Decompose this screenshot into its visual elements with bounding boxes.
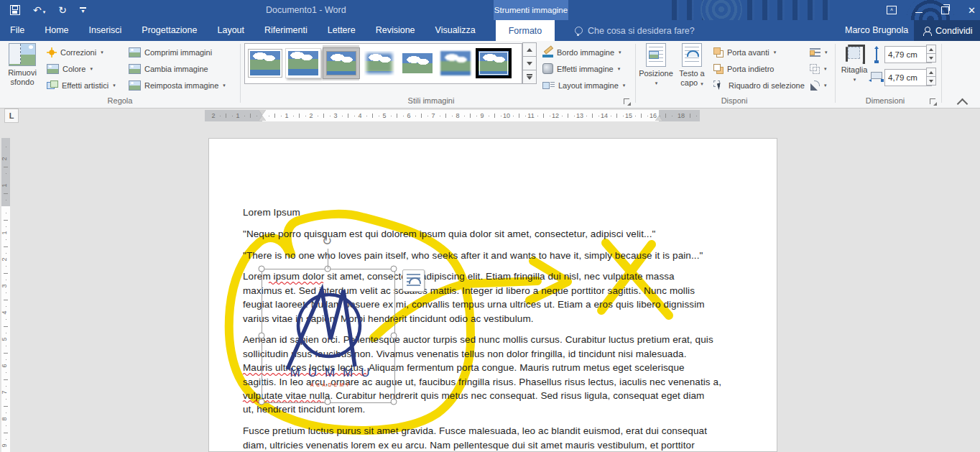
picture-styles-dialog-launcher-icon[interactable] — [624, 98, 632, 106]
ruler-tick — [256, 116, 257, 116]
ruler-tick — [6, 160, 6, 160]
crop-button[interactable]: Ritaglia ▾ — [838, 43, 871, 84]
bring-forward-icon — [713, 47, 724, 57]
picture-style-simple-frame[interactable] — [246, 45, 283, 80]
ruler-tick — [592, 114, 593, 118]
undo-button[interactable]: ↶▾ — [33, 4, 45, 17]
ruler-number: 5 — [1, 337, 8, 341]
redo-button[interactable]: ↻ — [58, 5, 67, 15]
gallery-scrollbar — [522, 43, 537, 84]
tab-layout[interactable]: Layout — [207, 20, 254, 41]
width-input[interactable] — [884, 69, 932, 86]
effetti-artistici-button[interactable]: Effetti artistici▾ — [45, 77, 118, 93]
rotation-handle-line — [328, 249, 328, 269]
selection-handle[interactable] — [325, 399, 331, 405]
gallery-more-icon[interactable] — [522, 70, 537, 84]
dimensioni-dialog-launcher-icon[interactable] — [930, 98, 938, 106]
colore-button[interactable]: Colore▾ — [45, 60, 118, 77]
tab-file[interactable]: File — [0, 20, 34, 41]
height-stepper[interactable] — [926, 45, 936, 63]
document-text-line[interactable]: Lorem Ipsum — [243, 207, 300, 218]
height-down-icon[interactable] — [926, 53, 936, 63]
document-text-line[interactable]: diam, ultricies venenatis lorem ex eu ar… — [243, 440, 695, 451]
selection-handle[interactable] — [259, 266, 265, 272]
ruler-tick — [684, 116, 685, 116]
porta-avanti-button[interactable]: Porta avanti▾ — [711, 44, 807, 60]
effetti-immagine-button[interactable]: Effetti immagine▾ — [540, 60, 627, 77]
ruler-tick — [323, 114, 324, 118]
document-text-line[interactable]: Fusce pretium luctus purus sit amet grav… — [243, 425, 707, 436]
layout-options-button[interactable] — [402, 269, 425, 292]
group-button[interactable]: ▾ — [808, 60, 830, 77]
selection-pane-icon — [713, 80, 725, 91]
correzioni-button[interactable]: Correzioni▾ — [45, 44, 118, 60]
ruler-tick — [421, 114, 422, 118]
remove-background-button[interactable]: Rimuovi sfondo — [4, 43, 40, 87]
selection-handle[interactable] — [259, 399, 265, 405]
customize-quick-access-icon[interactable]: ▼ — [80, 7, 86, 13]
picture-style-reflection[interactable] — [399, 45, 435, 80]
document-text-line[interactable]: "Neque porro quisquam est qui dolorem ip… — [243, 229, 655, 239]
selection-handle[interactable] — [391, 266, 397, 272]
tab-visualizza[interactable]: Visualizza — [425, 20, 486, 41]
document-page[interactable]: Lorem Ipsum"Neque porro quisquam est qui… — [208, 138, 777, 452]
ribbon-display-options-icon[interactable]: ˄ — [887, 6, 897, 14]
ruler-tick — [562, 116, 563, 116]
comprimi-immagini-button[interactable]: Comprimi immagini — [126, 44, 228, 60]
hanging-indent-marker[interactable] — [259, 116, 266, 121]
tab-home[interactable]: Home — [34, 20, 78, 41]
tab-riferimenti[interactable]: Riferimenti — [254, 20, 318, 41]
rotate-button[interactable]: ▾ — [808, 77, 830, 93]
picture-style-white-frame[interactable] — [285, 45, 321, 80]
picture-style-blur-edge[interactable] — [437, 45, 473, 80]
picture-style-black-frame[interactable] — [475, 45, 512, 80]
riquadro-di-selezione-button[interactable]: Riquadro di selezione — [711, 77, 807, 93]
ruler-tick — [660, 116, 660, 116]
close-icon[interactable]: ✕ — [968, 6, 976, 15]
align-button[interactable]: ▾ — [808, 44, 830, 60]
document-text-line[interactable]: "There is no one who loves pain itself, … — [243, 250, 703, 261]
width-stepper[interactable] — [926, 68, 936, 86]
cambia-immagine-button[interactable]: Cambia immagine — [126, 60, 228, 77]
selection-handle[interactable] — [391, 399, 397, 405]
undo-caret-icon[interactable]: ▾ — [43, 9, 46, 14]
tab-progettazione[interactable]: Progettazione — [131, 20, 207, 41]
ruler-number: 2 — [211, 112, 215, 119]
ruler-tick — [489, 116, 489, 116]
tab-inserisci[interactable]: Inserisci — [79, 20, 132, 41]
user-name[interactable]: Marco Brugnola — [845, 20, 908, 41]
tab-formato[interactable]: Formato — [496, 20, 555, 41]
bordo-immagine-button[interactable]: Bordo immagine▾ — [540, 44, 627, 60]
save-icon[interactable] — [10, 5, 20, 15]
ruler-tick — [464, 116, 465, 116]
selection-handle[interactable] — [391, 332, 397, 338]
selection-handle[interactable] — [259, 332, 265, 338]
picture-style-thumbnail — [440, 51, 471, 75]
gallery-down-icon[interactable] — [522, 56, 537, 70]
width-down-icon[interactable] — [926, 76, 936, 86]
reimposta-immagine-button[interactable]: Reimposta immagine▾ — [126, 77, 228, 93]
share-button[interactable]: Condividi — [914, 20, 980, 41]
porta-indietro-button[interactable]: Porta indietro — [711, 60, 807, 77]
first-line-indent-marker[interactable] — [259, 110, 266, 115]
rotation-handle-icon[interactable]: ↻ — [322, 234, 332, 249]
ruler-tick — [305, 116, 306, 116]
tab-revisione[interactable]: Revisione — [366, 20, 425, 41]
tell-me-search[interactable]: Che cosa si desidera fare? — [575, 20, 695, 41]
height-input[interactable] — [884, 46, 932, 63]
vertical-ruler[interactable]: 21123456789 — [1, 133, 10, 452]
wrap-text-button[interactable]: Testo a capo ▾ — [675, 43, 708, 88]
image-selection-border[interactable] — [262, 269, 395, 403]
ruler-tick — [452, 116, 453, 116]
ruler-tick — [250, 114, 251, 118]
picture-style-metal-frame[interactable] — [323, 45, 359, 80]
restore-icon[interactable] — [941, 6, 949, 14]
layout-immagine-button[interactable]: Layout immagine▾ — [540, 77, 627, 93]
position-button[interactable]: Posizione ▾ — [638, 43, 674, 88]
minimize-icon[interactable] — [915, 12, 923, 13]
horizontal-ruler[interactable]: 211234567891011121314151618 — [0, 110, 980, 121]
gallery-up-icon[interactable] — [522, 42, 537, 57]
picture-style-soft-edge[interactable] — [361, 45, 397, 80]
tab-lettere[interactable]: Lettere — [318, 20, 366, 41]
document-text-line[interactable]: ut, hendrerit tincidunt lorem. — [243, 404, 365, 415]
